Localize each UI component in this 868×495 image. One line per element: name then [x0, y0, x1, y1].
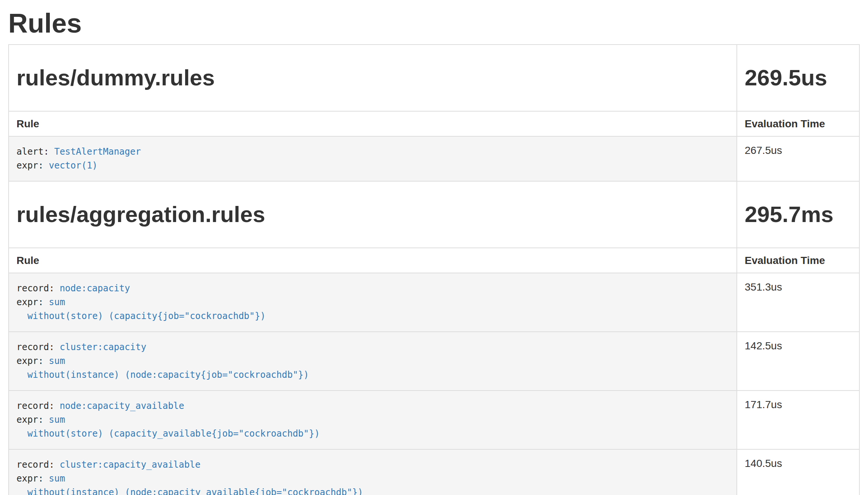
rule-name-link[interactable]: node:capacity_available — [60, 401, 184, 411]
rule-code-line: expr:sum without(store) (capacity{job="c… — [16, 295, 729, 323]
eval-time-value: 171.7us — [737, 391, 859, 449]
column-header-row: Rule Evaluation Time — [9, 248, 859, 273]
rule-key: expr: — [16, 414, 43, 425]
page-title: Rules — [8, 9, 859, 37]
rule-code-line: alert:TestAlertManager — [16, 145, 729, 159]
column-header-row: Rule Evaluation Time — [9, 111, 859, 136]
rule-name-link[interactable]: cluster:capacity — [60, 342, 146, 352]
rules-page: Rules rules/dummy.rules 269.5us Rule Eva… — [8, 9, 859, 495]
group-name: rules/aggregation.rules — [16, 201, 729, 228]
rule-expr-link[interactable]: sum without(store) (capacity{job="cockro… — [16, 297, 266, 321]
rule-key: record: — [16, 342, 54, 352]
group-name-cell: rules/dummy.rules — [9, 45, 737, 111]
rule-key: record: — [16, 283, 54, 294]
eval-column-header: Evaluation Time — [737, 111, 859, 136]
rule-row: record:cluster:capacity_available expr:s… — [9, 449, 859, 495]
eval-time-value: 142.5us — [737, 332, 859, 391]
rule-code: alert:TestAlertManager expr:vector(1) — [16, 145, 729, 173]
rule-row: alert:TestAlertManager expr:vector(1) 26… — [9, 136, 859, 181]
group-eval-cell: 269.5us — [737, 45, 859, 111]
eval-time-value: 351.3us — [737, 273, 859, 332]
rule-name-link[interactable]: cluster:capacity_available — [60, 459, 201, 470]
rule-expr-link[interactable]: sum without(instance) (node:capacity{job… — [16, 356, 309, 380]
rule-code: record:cluster:capacity expr:sum without… — [16, 340, 729, 382]
rule-expr-link[interactable]: vector(1) — [49, 160, 97, 171]
group-header-row: rules/aggregation.rules 295.7ms — [9, 181, 859, 248]
eval-time-value: 140.5us — [737, 449, 859, 495]
rule-key: expr: — [16, 297, 43, 307]
group-name: rules/dummy.rules — [16, 64, 729, 91]
rule-expr-link[interactable]: sum without(store) (capacity_available{j… — [16, 414, 320, 439]
rule-cell: record:node:capacity_available expr:sum … — [9, 391, 737, 449]
group-eval-time: 295.7ms — [745, 201, 852, 228]
rule-column-header: Rule — [9, 111, 737, 136]
rule-code: record:cluster:capacity_available expr:s… — [16, 458, 729, 495]
group-eval-time: 269.5us — [745, 64, 852, 91]
rule-key: record: — [16, 459, 54, 470]
rule-name-link[interactable]: TestAlertManager — [54, 146, 141, 157]
rule-name-link[interactable]: node:capacity — [60, 283, 130, 294]
rule-expr-link[interactable]: sum without(instance) (node:capacity_ava… — [16, 473, 363, 495]
rule-code-line: expr:sum without(instance) (node:capacit… — [16, 354, 729, 382]
rule-code-line: record:cluster:capacity — [16, 340, 729, 354]
eval-column-header: Evaluation Time — [737, 248, 859, 273]
rule-column-header: Rule — [9, 248, 737, 273]
rule-code-line: record:cluster:capacity_available — [16, 458, 729, 472]
rule-code: record:node:capacity_available expr:sum … — [16, 399, 729, 441]
rule-code-line: expr:vector(1) — [16, 159, 729, 173]
rule-key: expr: — [16, 473, 43, 484]
group-eval-cell: 295.7ms — [737, 181, 859, 248]
rule-code: record:node:capacity expr:sum without(st… — [16, 282, 729, 323]
rule-row: record:node:capacity expr:sum without(st… — [9, 273, 859, 332]
group-header-row: rules/dummy.rules 269.5us — [9, 45, 859, 111]
rule-code-line: record:node:capacity — [16, 282, 729, 295]
rule-row: record:cluster:capacity expr:sum without… — [9, 332, 859, 391]
rule-cell: record:cluster:capacity expr:sum without… — [9, 332, 737, 391]
rule-key: expr: — [16, 356, 43, 366]
rule-key: expr: — [16, 160, 43, 171]
rule-cell: record:node:capacity expr:sum without(st… — [9, 273, 737, 332]
rules-table: rules/dummy.rules 269.5us Rule Evaluatio… — [8, 44, 860, 495]
group-name-cell: rules/aggregation.rules — [9, 181, 737, 248]
rule-key: record: — [16, 401, 54, 411]
rule-cell: alert:TestAlertManager expr:vector(1) — [9, 136, 737, 181]
rule-row: record:node:capacity_available expr:sum … — [9, 391, 859, 449]
eval-time-value: 267.5us — [737, 136, 859, 181]
rule-code-line: expr:sum without(instance) (node:capacit… — [16, 472, 729, 495]
rule-key: alert: — [16, 146, 49, 157]
rule-code-line: expr:sum without(store) (capacity_availa… — [16, 413, 729, 441]
rule-code-line: record:node:capacity_available — [16, 399, 729, 413]
rule-cell: record:cluster:capacity_available expr:s… — [9, 449, 737, 495]
